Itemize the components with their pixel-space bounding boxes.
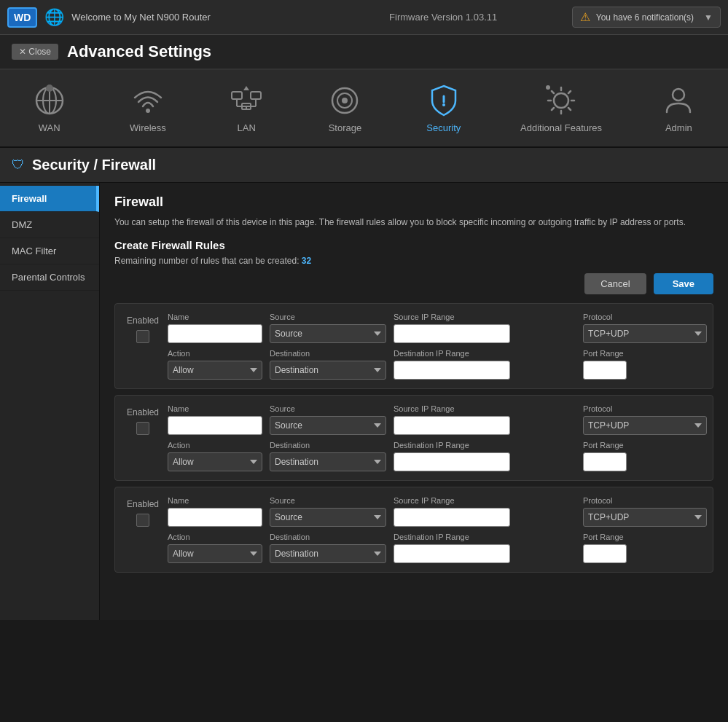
svg-rect-6 (232, 92, 242, 99)
page-title: Security / Firewall (32, 157, 156, 173)
nav-item-wan[interactable]: WAN (13, 77, 86, 139)
svg-point-19 (554, 93, 568, 108)
nav-label-additional: Additional Features (520, 122, 602, 133)
svg-point-18 (442, 103, 445, 106)
action-select-2[interactable]: Allow (168, 452, 262, 471)
enabled-checkbox-3[interactable] (136, 514, 149, 527)
destination-field-3: Destination Destination (270, 533, 386, 563)
port-start-input-1[interactable] (583, 361, 627, 380)
nav-item-lan[interactable]: LAN (210, 77, 283, 139)
nav-label-storage: Storage (329, 122, 362, 133)
nav-item-security[interactable]: Security (407, 77, 480, 139)
action-select-3[interactable]: Allow (168, 544, 262, 563)
port-range-label-3: Port Range (583, 533, 707, 541)
wan-icon (32, 83, 67, 118)
protocol-field-3: Protocol TCP+UDP (583, 496, 707, 527)
destination-field-2: Destination Destination (270, 441, 386, 471)
svg-rect-7 (251, 92, 261, 99)
enabled-checkbox-1[interactable] (136, 330, 149, 343)
dest-ip-field-3: Destination IP Range (394, 533, 576, 563)
destination-select-2[interactable]: Destination (270, 452, 386, 471)
svg-point-5 (146, 109, 150, 113)
rule-row-1: Enabled Name Source Source (114, 303, 713, 389)
svg-point-20 (546, 85, 550, 90)
protocol-select-2[interactable]: TCP+UDP (583, 416, 707, 435)
nav-label-wan: WAN (39, 122, 60, 133)
source-label-1: Source (270, 313, 386, 321)
rule-row-2: Enabled Name Source Source (114, 395, 713, 481)
port-range-label-1: Port Range (583, 349, 707, 358)
action-buttons: Cancel Save (114, 273, 713, 294)
action-label-3: Action (168, 533, 262, 541)
svg-point-21 (673, 89, 684, 101)
nav-item-admin[interactable]: Admin (642, 77, 715, 139)
admin-icon (661, 83, 696, 118)
lan-icon (229, 83, 264, 118)
source-ip-input-1[interactable] (394, 324, 510, 343)
notification-bar[interactable]: ⚠ You have 6 notification(s) ▼ (572, 7, 721, 28)
source-ip-input-3[interactable] (394, 508, 510, 527)
name-input-2[interactable] (168, 416, 262, 435)
protocol-select-1[interactable]: TCP+UDP (583, 324, 707, 343)
cancel-button[interactable]: Cancel (584, 273, 646, 294)
name-input-3[interactable] (168, 508, 262, 527)
dest-ip-label-3: Destination IP Range (394, 533, 576, 541)
nav-item-additional[interactable]: Additional Features (506, 77, 617, 139)
dest-ip-input-2[interactable] (394, 452, 510, 471)
firmware-version: Firmware Version 1.03.11 (322, 12, 565, 23)
port-inputs-1 (583, 361, 707, 380)
advanced-settings-title: Advanced Settings (67, 42, 211, 61)
protocol-select-3[interactable]: TCP+UDP (583, 508, 707, 527)
port-range-field-3: Port Range (583, 533, 707, 563)
sidebar-item-dmz[interactable]: DMZ (0, 212, 99, 238)
destination-select-1[interactable]: Destination (270, 361, 386, 380)
name-input-1[interactable] (168, 324, 262, 343)
port-start-input-3[interactable] (583, 544, 627, 563)
dest-ip-input-1[interactable] (394, 361, 510, 380)
remaining-text: Remaining number of rules that can be cr… (114, 256, 713, 266)
protocol-label-2: Protocol (583, 404, 707, 413)
nav-item-storage[interactable]: Storage (308, 77, 381, 139)
sidebar: Firewall DMZ MAC Filter Parental Control… (0, 183, 100, 620)
destination-field-1: Destination Destination (270, 349, 386, 380)
advanced-settings-bar: ✕ Close Advanced Settings (0, 35, 728, 70)
protocol-field-2: Protocol TCP+UDP (583, 404, 707, 435)
port-inputs-3 (583, 544, 707, 563)
notification-text: You have 6 notification(s) (596, 12, 694, 23)
close-button[interactable]: ✕ Close (12, 44, 58, 60)
source-ip-field-3: Source IP Range (394, 496, 576, 527)
destination-select-3[interactable]: Destination (270, 544, 386, 563)
nav-item-wireless[interactable]: Wireless (111, 77, 184, 139)
nav-icons: WAN Wireless LAN Storag (0, 70, 728, 148)
source-select-2[interactable]: Source (270, 416, 386, 435)
source-ip-input-2[interactable] (394, 416, 510, 435)
sidebar-item-parental-controls[interactable]: Parental Controls (0, 264, 99, 291)
nav-label-lan: LAN (238, 122, 256, 133)
dest-ip-field-2: Destination IP Range (394, 441, 576, 471)
source-ip-label-2: Source IP Range (394, 404, 576, 413)
source-select-1[interactable]: Source (270, 324, 386, 343)
source-label-2: Source (270, 404, 386, 413)
sidebar-item-firewall[interactable]: Firewall (0, 186, 99, 212)
enabled-checkbox-2[interactable] (136, 422, 149, 435)
storage-icon (327, 83, 362, 118)
protocol-label-1: Protocol (583, 313, 707, 321)
action-select-1[interactable]: Allow (168, 361, 262, 380)
port-start-input-2[interactable] (583, 452, 627, 471)
name-label-3: Name (168, 496, 262, 505)
name-field-1: Name (168, 313, 262, 343)
name-label-2: Name (168, 404, 262, 413)
dest-ip-input-3[interactable] (394, 544, 510, 563)
enabled-label-3: Enabled (127, 499, 159, 509)
action-label-2: Action (168, 441, 262, 450)
enabled-label-1: Enabled (127, 315, 159, 326)
port-range-field-2: Port Range (583, 441, 707, 471)
rule-row-3: Enabled Name Source Source (114, 487, 713, 573)
save-button[interactable]: Save (654, 273, 713, 294)
source-ip-label-1: Source IP Range (394, 313, 576, 321)
page-header: 🛡 Security / Firewall (0, 148, 728, 183)
dest-ip-field-1: Destination IP Range (394, 349, 576, 380)
sidebar-item-mac-filter[interactable]: MAC Filter (0, 238, 99, 264)
additional-features-icon (544, 83, 579, 118)
source-select-3[interactable]: Source (270, 508, 386, 527)
